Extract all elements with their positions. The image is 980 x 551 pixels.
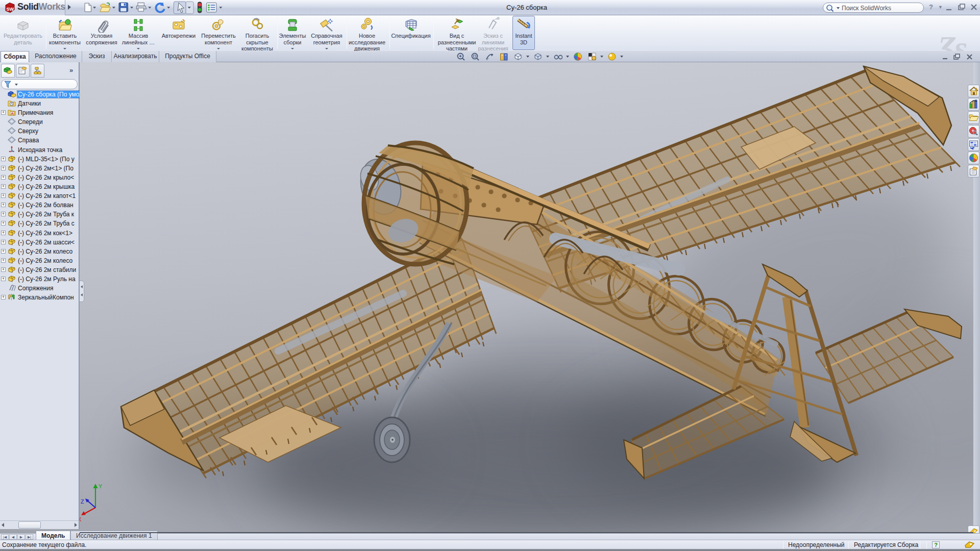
svg-text:Z: Z [81, 498, 84, 505]
svg-text:A: A [11, 111, 14, 116]
svg-text:Y: Y [99, 483, 103, 489]
